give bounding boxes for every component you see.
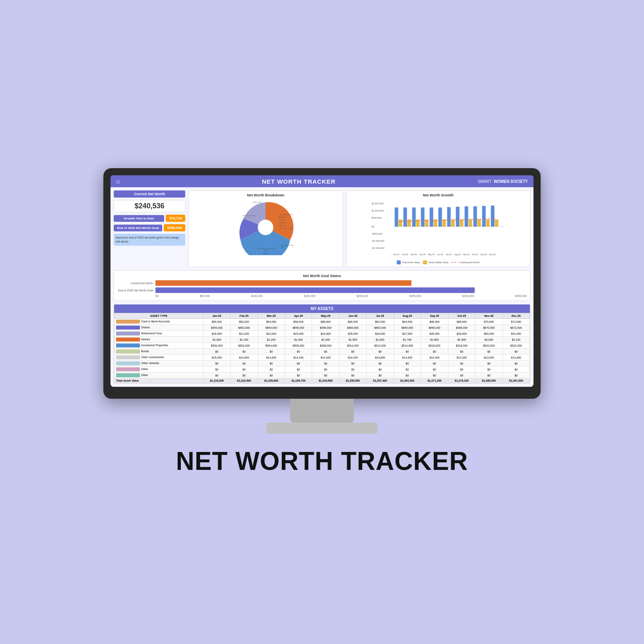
asset-value-cell: $0 — [285, 361, 312, 367]
table-row: Investment Properties$500,000$502,000$50… — [114, 343, 530, 349]
svg-text:Oct-25: Oct-25 — [472, 253, 478, 256]
assets-table-title: MY ASSETS — [114, 305, 530, 313]
asset-value-cell: $0 — [231, 372, 258, 378]
col-feb: Feb-25 — [231, 313, 258, 319]
svg-rect-42 — [486, 219, 489, 227]
asset-value-cell: $1,400 — [312, 337, 339, 343]
asset-value-cell: $56,000 — [285, 319, 312, 325]
asset-value-cell: $1,300 — [285, 337, 312, 343]
asset-value-cell: $70,000 — [475, 319, 502, 325]
asset-value-cell: $1,100 — [231, 337, 258, 343]
assets-table-body: Cash in Bank Accounts$50,000$52,000$54,0… — [114, 319, 530, 383]
asset-value-cell: $0 — [367, 361, 394, 367]
svg-text:-$500,000: -$500,000 — [371, 233, 382, 235]
svg-rect-37 — [464, 206, 468, 227]
goal-bar-fill — [155, 287, 475, 293]
col-dec: Dec-25 — [502, 313, 530, 319]
goal-value: $300,000 — [164, 224, 185, 231]
asset-label-cell: Homes — [114, 337, 204, 343]
assets-table: ASSET TYPE Jan-25 Feb-25 Mar-25 Apr-25 M… — [114, 313, 530, 383]
axis-200k: $200,000 — [357, 295, 368, 297]
asset-value-cell: $658,000 — [312, 325, 339, 331]
asset-value-cell: $0 — [367, 367, 394, 372]
asset-value-cell: $2,000 — [475, 337, 502, 343]
assets-table-header-row: ASSET TYPE Jan-25 Feb-25 Mar-25 Apr-25 M… — [114, 313, 530, 319]
brand-prefix: SMART — [478, 179, 492, 184]
asset-value-cell: $0 — [394, 349, 421, 355]
axis-100k: $100,000 — [251, 295, 262, 297]
svg-rect-41 — [482, 206, 485, 227]
asset-value-cell: $502,000 — [231, 343, 258, 349]
asset-value-cell: $0 — [339, 367, 366, 372]
total-value-cell: $1,216,000 — [203, 378, 230, 383]
svg-rect-24 — [407, 219, 411, 227]
asset-value-cell: $0 — [312, 367, 339, 372]
asset-value-cell: $0 — [203, 367, 230, 372]
asset-color-bar — [116, 355, 140, 359]
col-apr: Apr-25 — [285, 313, 312, 319]
asset-value-cell: $504,000 — [258, 343, 285, 349]
asset-label-cell: Other Vehicles — [114, 361, 204, 367]
asset-value-cell: $25,000 — [339, 331, 366, 337]
svg-text:Other Vehicles 0%: Other Vehicles 0% — [279, 227, 293, 229]
asset-value-cell: $14,800 — [231, 355, 258, 361]
svg-rect-31 — [438, 208, 442, 227]
asset-value-cell: $650,000 — [203, 325, 230, 331]
monitor-screen: ⌂ NET WORTH TRACKER SMART WOMEN SOCIETY … — [111, 175, 533, 387]
asset-value-cell: $0 — [258, 367, 285, 372]
asset-value-cell: $14,200 — [285, 355, 312, 361]
svg-text:Aug-25: Aug-25 — [454, 253, 460, 256]
asset-value-cell: $1,200 — [258, 337, 285, 343]
asset-value-cell: $0 — [448, 361, 475, 367]
current-net-worth-bar-fill — [155, 280, 411, 286]
asset-color-bar — [116, 373, 140, 377]
asset-label-cell: Other — [114, 367, 204, 372]
asset-color-bar — [116, 338, 140, 341]
asset-color-bar — [116, 343, 140, 347]
axis-0: $0 — [155, 295, 159, 297]
asset-value-cell: $50,000 — [203, 319, 230, 325]
svg-text:Other 0%: Other 0% — [279, 225, 286, 227]
asset-value-cell: $666,000 — [421, 325, 448, 331]
svg-text:Cash in Bank Accounts: Cash in Bank Accounts — [257, 248, 274, 250]
asset-value-cell: $1,000 — [203, 337, 230, 343]
asset-value-cell: $0 — [312, 349, 339, 355]
asset-value-cell: $14,200 — [312, 355, 339, 361]
asset-value-cell: $520,000 — [475, 343, 502, 349]
asset-value-cell: $514,000 — [394, 343, 421, 349]
asset-value-cell: $0 — [421, 367, 448, 372]
col-jul: Jul-25 — [367, 313, 394, 319]
asset-value-cell: $0 — [312, 372, 339, 378]
asset-value-cell: $662,000 — [367, 325, 394, 331]
current-net-worth-bar-track — [155, 280, 527, 286]
asset-color-bar — [116, 361, 140, 365]
asset-value-cell: $0 — [421, 349, 448, 355]
col-oct: Oct-25 — [448, 313, 475, 319]
bar-chart-svg: $1,500,000 $1,000,000 $500,000 $0 -$500,… — [349, 200, 528, 257]
brand-suffix: WOMEN SOCIETY — [494, 179, 528, 184]
screen-content: Current Net Worth $240,536 Growth Year t… — [111, 187, 533, 387]
goal-bar-track — [155, 287, 527, 293]
asset-value-cell: $13,000 — [475, 355, 502, 361]
svg-text:$1,000,000: $1,000,000 — [371, 209, 384, 212]
svg-text:43%: 43% — [281, 246, 285, 248]
pie-chart-container: Home 33% Investment Properties 43% Retir… — [191, 200, 340, 255]
asset-value-cell: $0 — [339, 372, 366, 378]
pie-chart-panel: Net Worth Breakdown — [188, 190, 343, 267]
asset-value-cell: $60,000 — [339, 319, 366, 325]
asset-value-cell: $1,500 — [339, 337, 366, 343]
pie-chart-title: Net Worth Breakdown — [191, 193, 340, 197]
svg-text:$1,500,000: $1,500,000 — [371, 202, 384, 205]
table-row: Other$0$0$0$0$0$0$0$0$0$0$0$0 — [114, 367, 530, 372]
asset-value-cell: $14,600 — [258, 355, 285, 361]
asset-value-cell: $0 — [448, 349, 475, 355]
svg-text:Investment Properties: Investment Properties — [281, 244, 294, 246]
asset-value-cell: $58,000 — [312, 319, 339, 325]
col-nov: Nov-25 — [475, 313, 502, 319]
svg-rect-27 — [421, 208, 424, 227]
legend-asset-label: Total Asset Value — [402, 261, 420, 264]
col-aug: Aug-25 — [394, 313, 421, 319]
svg-rect-39 — [473, 206, 477, 227]
asset-value-cell: $0 — [203, 349, 230, 355]
left-metrics-panel: Current Net Worth $240,536 Growth Year t… — [114, 190, 185, 267]
